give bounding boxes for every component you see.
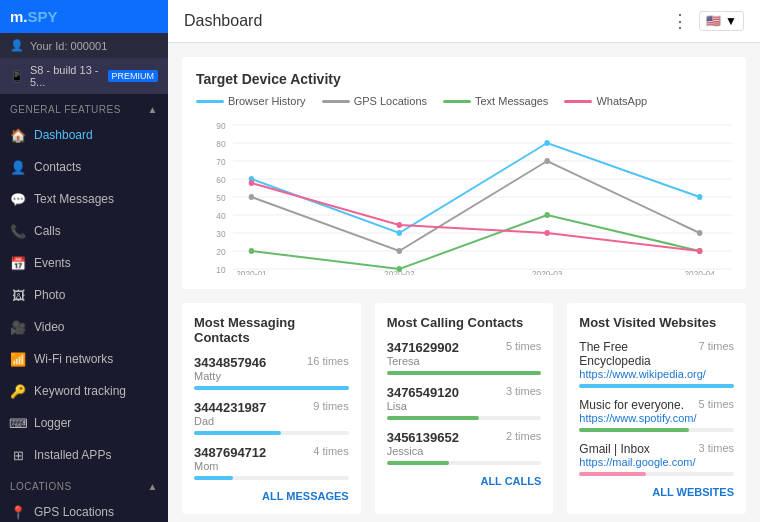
collapse-icon[interactable]: ▲ [148,481,158,492]
keyword-icon: 🔑 [10,383,26,399]
svg-text:2020-01: 2020-01 [236,269,267,275]
logo: m.SPY [10,8,58,25]
all-websites-link[interactable]: ALL WEBSITES [579,486,734,498]
svg-text:2020-04: 2020-04 [684,269,715,275]
contact-times: 9 times [313,400,348,412]
legend-text: Text Messages [443,95,548,107]
sidebar-item-keyword[interactable]: 🔑 Keyword tracking [0,375,168,407]
logger-icon: ⌨ [10,415,26,431]
bar-fill [194,386,349,390]
site-link[interactable]: https://mail.google.com/ [579,456,734,468]
legend-dot-whatsapp [564,100,592,103]
sidebar-item-gps[interactable]: 📍 GPS Locations [0,496,168,522]
all-messages-link[interactable]: ALL MESSAGES [194,490,349,502]
legend-dot-gps [322,100,350,103]
contact-item: 9 times 3444231987 Dad [194,400,349,435]
contact-item: 2 times 3456139652 Jessica [387,430,542,465]
premium-badge: PREMIUM [108,70,159,82]
sidebar-item-text-messages[interactable]: 💬 Text Messages [0,183,168,215]
svg-point-28 [544,158,550,164]
user-icon: 👤 [10,39,24,52]
sidebar-item-calls[interactable]: 📞 Calls [0,215,168,247]
svg-text:40: 40 [216,211,225,221]
site-link[interactable]: https://www.spotify.com/ [579,412,734,424]
bar-fill [387,371,542,375]
sidebar-item-wifi[interactable]: 📶 Wi-Fi networks [0,343,168,375]
page-title: Dashboard [184,12,262,30]
contact-name: Jessica [387,445,542,457]
svg-point-31 [397,266,403,272]
photo-icon: 🖼 [10,287,26,303]
sidebar-item-label: Keyword tracking [34,384,126,398]
svg-text:50: 50 [216,193,225,203]
chart-area: 90 80 70 60 50 40 30 20 10 2020-01 2020-… [196,115,732,275]
svg-point-34 [249,180,255,186]
calls-icon: 📞 [10,223,26,239]
sidebar-item-installed-apps[interactable]: ⊞ Installed APPs [0,439,168,471]
sidebar-item-label: Video [34,320,64,334]
svg-point-32 [544,212,550,218]
contact-name: Dad [194,415,349,427]
websites-card: Most Visited Websites 7 times The Free E… [567,303,746,514]
language-selector[interactable]: 🇺🇸 ▼ [699,11,744,31]
svg-point-30 [249,248,255,254]
sidebar-item-logger[interactable]: ⌨ Logger [0,407,168,439]
site-times: 3 times [699,442,734,454]
legend-label-whatsapp: WhatsApp [596,95,647,107]
messaging-card: Most Messaging Contacts 16 times 3434857… [182,303,361,514]
logo-bar: m.SPY [0,0,168,33]
contact-times: 5 times [506,340,541,352]
svg-text:60: 60 [216,175,225,185]
sidebar-item-label: Dashboard [34,128,93,142]
site-times: 7 times [699,340,734,352]
video-icon: 🎥 [10,319,26,335]
wifi-icon: 📶 [10,351,26,367]
site-link[interactable]: https://www.wikipedia.org/ [579,368,734,380]
stats-cards-row: Most Messaging Contacts 16 times 3434857… [182,303,746,514]
topbar-right: ⋮ 🇺🇸 ▼ [671,10,744,32]
site-times: 5 times [699,398,734,410]
bar-bg [579,428,734,432]
svg-point-37 [697,248,703,254]
svg-text:70: 70 [216,157,225,167]
sidebar-item-label: Photo [34,288,65,302]
svg-text:90: 90 [216,121,225,131]
svg-text:10: 10 [216,265,225,275]
contacts-icon: 👤 [10,159,26,175]
website-item: 5 times Music for everyone. https://www.… [579,398,734,432]
sidebar-item-label: GPS Locations [34,505,114,519]
sidebar-item-dashboard[interactable]: 🏠 Dashboard [0,119,168,151]
bar-bg [387,416,542,420]
contact-item: 16 times 3434857946 Matty [194,355,349,390]
gps-icon: 📍 [10,504,26,520]
websites-card-title: Most Visited Websites [579,315,734,330]
contact-item: 3 times 3476549120 Lisa [387,385,542,420]
sidebar-item-label: Logger [34,416,71,430]
sidebar: m.SPY 👤 Your Id: 000001 📱 S8 - build 13 … [0,0,168,522]
contact-name: Teresa [387,355,542,367]
sidebar-item-label: Calls [34,224,61,238]
sidebar-item-label: Events [34,256,71,270]
svg-point-36 [544,230,550,236]
collapse-icon[interactable]: ▲ [148,104,158,115]
website-item: 7 times The Free Encyclopedia https://ww… [579,340,734,388]
bar-bg [194,386,349,390]
bar-bg [194,476,349,480]
sidebar-item-photo[interactable]: 🖼 Photo [0,279,168,311]
bar-fill [579,384,734,388]
apps-icon: ⊞ [10,447,26,463]
sidebar-item-video[interactable]: 🎥 Video [0,311,168,343]
bar-fill [579,428,689,432]
svg-point-26 [249,194,255,200]
all-calls-link[interactable]: ALL CALLS [387,475,542,487]
legend-dot-browser [196,100,224,103]
sidebar-item-label: Installed APPs [34,448,111,462]
general-features-label: GENERAL FEATURES ▲ [0,94,168,119]
bar-fill [387,461,449,465]
sidebar-item-contacts[interactable]: 👤 Contacts [0,151,168,183]
legend-gps: GPS Locations [322,95,427,107]
more-options-icon[interactable]: ⋮ [671,10,689,32]
sidebar-item-events[interactable]: 📅 Events [0,247,168,279]
bar-bg [387,461,542,465]
contact-name: Matty [194,370,349,382]
